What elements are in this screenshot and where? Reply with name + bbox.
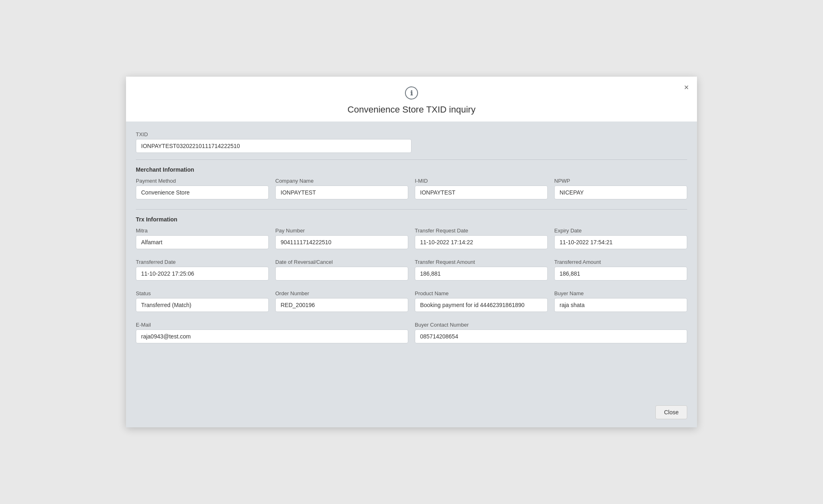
buyer-name-field: Buyer Name [554, 290, 687, 312]
modal-container: × ℹ Convenience Store TXID inquiry TXID … [126, 77, 697, 427]
mitra-input[interactable] [136, 235, 269, 249]
transferred-amount-field: Transferred Amount [554, 259, 687, 281]
transferred-date-label: Transferred Date [136, 259, 269, 265]
order-number-input[interactable] [275, 298, 408, 312]
company-name-field: Company Name [275, 178, 408, 199]
info-icon: ℹ [405, 86, 418, 99]
transfer-request-amount-field: Transfer Request Amount [415, 259, 548, 281]
payment-method-field: Payment Method [136, 178, 269, 199]
transfer-request-amount-label: Transfer Request Amount [415, 259, 548, 265]
date-of-reversal-input[interactable] [275, 267, 408, 281]
pay-number-input[interactable] [275, 235, 408, 249]
payment-method-input[interactable] [136, 186, 269, 199]
transfer-request-date-label: Transfer Request Date [415, 228, 548, 234]
imid-label: I-MID [415, 178, 548, 184]
pay-number-field: Pay Number [275, 228, 408, 249]
npwp-field: NPWP [554, 178, 687, 199]
pay-number-label: Pay Number [275, 228, 408, 234]
expiry-date-label: Expiry Date [554, 228, 687, 234]
transferred-date-input[interactable] [136, 267, 269, 281]
trx-row-2: Transferred Date Date of Reversal/Cancel… [136, 259, 687, 287]
imid-input[interactable] [415, 186, 548, 199]
trx-row-4: E-Mail Buyer Contact Number [136, 322, 687, 350]
payment-method-label: Payment Method [136, 178, 269, 184]
trx-row-3: Status Order Number Product Name Buyer N… [136, 290, 687, 318]
company-name-label: Company Name [275, 178, 408, 184]
divider-2 [136, 209, 687, 210]
npwp-label: NPWP [554, 178, 687, 184]
company-name-input[interactable] [275, 186, 408, 199]
date-of-reversal-label: Date of Reversal/Cancel [275, 259, 408, 265]
close-button[interactable]: Close [655, 405, 687, 419]
txid-label: TXID [136, 131, 687, 137]
merchant-section-heading: Merchant Information [136, 166, 687, 173]
modal-title: Convenience Store TXID inquiry [136, 104, 687, 115]
imid-field: I-MID [415, 178, 548, 199]
order-number-label: Order Number [275, 290, 408, 296]
merchant-fields-grid: Payment Method Company Name I-MID NPWP [136, 178, 687, 206]
modal-footer: Close [655, 405, 687, 419]
product-name-label: Product Name [415, 290, 548, 296]
buyer-contact-input[interactable] [415, 329, 687, 343]
buyer-name-label: Buyer Name [554, 290, 687, 296]
divider-1 [136, 159, 687, 160]
transferred-amount-input[interactable] [554, 267, 687, 281]
email-input[interactable] [136, 329, 408, 343]
trx-row-1: Mitra Pay Number Transfer Request Date E… [136, 228, 687, 256]
email-field: E-Mail [136, 322, 408, 343]
product-name-field: Product Name [415, 290, 548, 312]
trx-section-heading: Trx Information [136, 216, 687, 223]
product-name-input[interactable] [415, 298, 548, 312]
status-field: Status [136, 290, 269, 312]
modal-header: ℹ Convenience Store TXID inquiry [126, 77, 697, 122]
buyer-contact-label: Buyer Contact Number [415, 322, 687, 328]
expiry-date-field: Expiry Date [554, 228, 687, 249]
transferred-date-field: Transferred Date [136, 259, 269, 281]
txid-section: TXID [136, 131, 687, 153]
status-label: Status [136, 290, 269, 296]
modal-body: TXID Merchant Information Payment Method… [126, 122, 697, 427]
transfer-request-amount-input[interactable] [415, 267, 548, 281]
date-of-reversal-field: Date of Reversal/Cancel [275, 259, 408, 281]
expiry-date-input[interactable] [554, 235, 687, 249]
mitra-field: Mitra [136, 228, 269, 249]
buyer-name-input[interactable] [554, 298, 687, 312]
email-label: E-Mail [136, 322, 408, 328]
transferred-amount-label: Transferred Amount [554, 259, 687, 265]
txid-input[interactable] [136, 139, 412, 153]
merchant-information-section: Merchant Information Payment Method Comp… [136, 166, 687, 206]
status-input[interactable] [136, 298, 269, 312]
transfer-request-date-field: Transfer Request Date [415, 228, 548, 249]
mitra-label: Mitra [136, 228, 269, 234]
transfer-request-date-input[interactable] [415, 235, 548, 249]
order-number-field: Order Number [275, 290, 408, 312]
close-x-button[interactable]: × [684, 83, 689, 91]
trx-information-section: Trx Information Mitra Pay Number Transfe… [136, 216, 687, 350]
buyer-contact-field: Buyer Contact Number [415, 322, 687, 343]
npwp-input[interactable] [554, 186, 687, 199]
